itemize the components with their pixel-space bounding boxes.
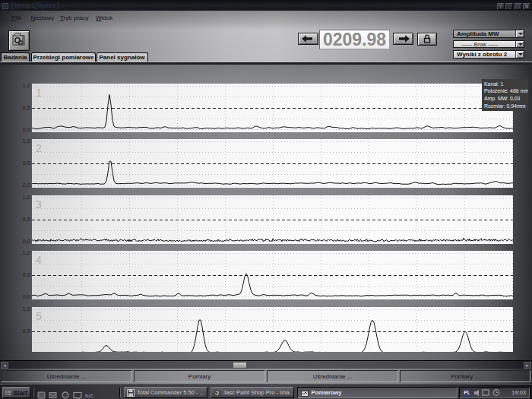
svg-text:BƒC: BƒC xyxy=(85,393,93,397)
